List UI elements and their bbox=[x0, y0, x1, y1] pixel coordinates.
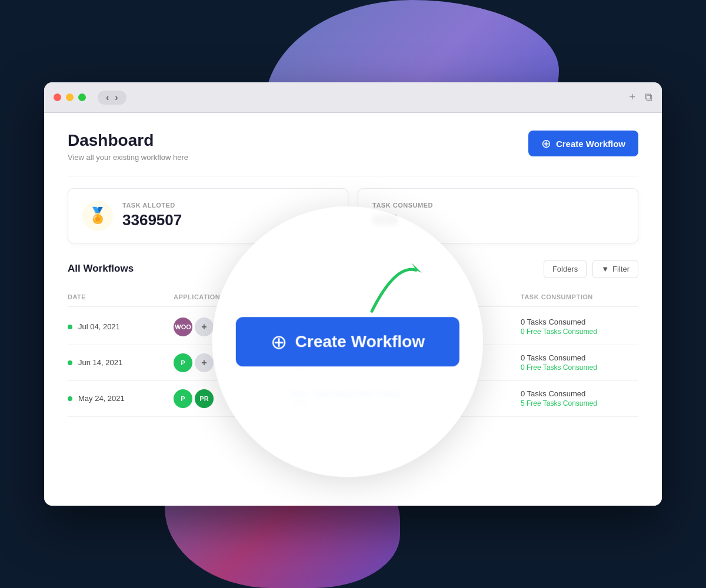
nav-forward-button[interactable]: › bbox=[112, 93, 120, 102]
date-cell-2: Jun 14, 2021 bbox=[68, 358, 174, 367]
add-app-icon-2[interactable]: + bbox=[195, 353, 214, 372]
header-separator bbox=[68, 176, 638, 176]
date-cell-1: Jul 04, 2021 bbox=[68, 322, 174, 331]
traffic-lights bbox=[54, 93, 86, 101]
plus-circle-icon: ⊕ bbox=[541, 138, 551, 149]
folders-button[interactable]: Folders bbox=[544, 260, 587, 278]
app-content: Dashboard View all your existing workflo… bbox=[44, 113, 662, 506]
date-3: May 24, 2021 bbox=[78, 394, 125, 403]
copy-button[interactable]: ⧉ bbox=[645, 91, 652, 103]
task-consumption-1: 0 Tasks Consumed 0 Free Tasks Consumed bbox=[521, 318, 638, 336]
new-tab-button[interactable]: + bbox=[629, 91, 635, 103]
date-cell-3: May 24, 2021 bbox=[68, 394, 174, 403]
folders-btn-label: Folders bbox=[552, 265, 578, 273]
magnifier-overlay: ⊕ Create Workflow bbox=[212, 206, 483, 477]
workflows-actions: Folders ▼ Filter bbox=[544, 260, 638, 278]
consumed-label: TASK CONSUMED bbox=[372, 202, 433, 209]
woo-icon: WOO bbox=[174, 318, 192, 336]
status-dot-1 bbox=[68, 325, 72, 329]
free-tasks-2: 0 Free Tasks Consumed bbox=[521, 363, 638, 372]
create-workflow-btn-label: Create Workflow bbox=[556, 139, 625, 149]
create-workflow-button[interactable]: ⊕ Create Workflow bbox=[528, 131, 638, 156]
medal-icon: 🏅 bbox=[88, 206, 107, 225]
task-consumption-2: 0 Tasks Consumed 0 Free Tasks Consumed bbox=[521, 353, 638, 372]
filter-btn-label: Filter bbox=[612, 265, 630, 273]
nav-buttons: ‹ › bbox=[98, 91, 126, 105]
page-title: Dashboard bbox=[68, 131, 188, 151]
minimize-button[interactable] bbox=[66, 93, 74, 101]
create-workflow-large-label: Create Workflow bbox=[295, 332, 425, 351]
col-task-consumption: TASK CONSUMPTION bbox=[521, 293, 638, 300]
maximize-button[interactable] bbox=[78, 93, 86, 101]
allotted-icon-wrapper: 🏅 bbox=[82, 201, 113, 231]
date-1: Jul 04, 2021 bbox=[78, 322, 120, 331]
filter-icon: ▼ bbox=[601, 265, 609, 273]
tasks-consumed-2: 0 Tasks Consumed bbox=[521, 353, 638, 362]
create-workflow-large-button[interactable]: ⊕ Create Workflow bbox=[236, 317, 459, 366]
page-subtitle: View all your existing workflow here bbox=[68, 153, 188, 162]
tasks-consumed-1: 0 Tasks Consumed bbox=[521, 318, 638, 326]
allotted-label: TASK ALLOTED bbox=[122, 202, 182, 209]
header-text: Dashboard View all your existing workflo… bbox=[68, 131, 188, 162]
filter-button[interactable]: ▼ Filter bbox=[592, 260, 638, 278]
allotted-value: 3369507 bbox=[122, 211, 182, 229]
free-tasks-3: 5 Free Tasks Consumed bbox=[521, 399, 638, 407]
add-app-icon-1[interactable]: + bbox=[195, 318, 214, 336]
p-icon-3: P bbox=[174, 389, 192, 408]
page-header: Dashboard View all your existing workflo… bbox=[68, 131, 638, 162]
task-consumption-3: 0 Tasks Consumed 5 Free Tasks Consumed bbox=[521, 389, 638, 407]
large-plus-circle-icon: ⊕ bbox=[271, 330, 287, 353]
col-date: DATE bbox=[68, 293, 174, 300]
nav-back-button[interactable]: ‹ bbox=[104, 93, 111, 102]
allotted-stats: TASK ALLOTED 3369507 bbox=[122, 202, 182, 229]
close-button[interactable] bbox=[54, 93, 61, 101]
p-icon-2: P bbox=[174, 353, 192, 372]
browser-window: ‹ › + ⧉ Dashboard View all your existing… bbox=[44, 82, 662, 506]
status-dot-2 bbox=[68, 360, 72, 365]
date-2: Jun 14, 2021 bbox=[78, 358, 122, 367]
browser-actions: + ⧉ bbox=[629, 91, 652, 103]
tasks-consumed-3: 0 Tasks Consumed bbox=[521, 389, 638, 398]
workflows-title: All Workflows bbox=[68, 263, 134, 275]
pr-icon-3: PR bbox=[195, 389, 214, 408]
status-dot-3 bbox=[68, 396, 72, 401]
free-tasks-1: 0 Free Tasks Consumed bbox=[521, 328, 638, 336]
browser-chrome: ‹ › + ⧉ bbox=[44, 82, 662, 113]
